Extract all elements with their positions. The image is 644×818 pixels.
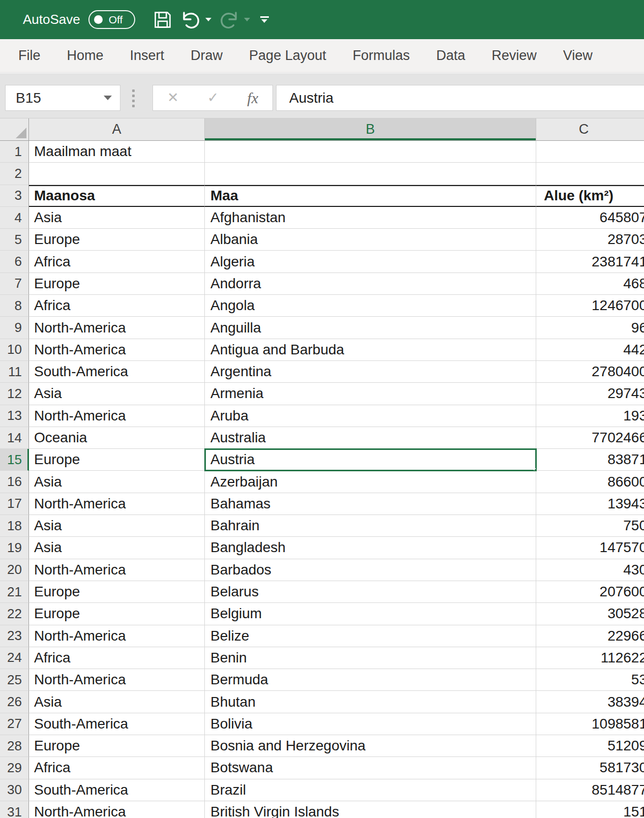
tab-home[interactable]: Home bbox=[67, 48, 104, 64]
cell-B4[interactable]: Afghanistan bbox=[205, 207, 536, 229]
select-all-button[interactable] bbox=[0, 118, 29, 141]
cell-B3[interactable]: Maa bbox=[205, 185, 536, 207]
cell-C23[interactable]: 22966 bbox=[536, 625, 644, 647]
cell-A11[interactable]: South-America bbox=[29, 361, 205, 383]
cell-A16[interactable]: Asia bbox=[29, 471, 205, 493]
cell-B7[interactable]: Andorra bbox=[205, 273, 536, 295]
redo-button[interactable] bbox=[218, 10, 250, 30]
cell-A17[interactable]: North-America bbox=[29, 493, 205, 515]
insert-function-button[interactable]: fx bbox=[247, 90, 258, 106]
tab-insert[interactable]: Insert bbox=[130, 48, 165, 64]
cell-C17[interactable]: 13943 bbox=[536, 493, 644, 515]
customize-quick-access-toolbar-button[interactable] bbox=[260, 16, 269, 23]
cell-C8[interactable]: 1246700 bbox=[536, 295, 644, 317]
column-header-b[interactable]: B bbox=[205, 118, 536, 141]
row-header-1[interactable]: 1 bbox=[0, 141, 29, 163]
cell-C26[interactable]: 38394 bbox=[536, 691, 644, 713]
cell-A19[interactable]: Asia bbox=[29, 537, 205, 559]
cell-A5[interactable]: Europe bbox=[29, 229, 205, 251]
cell-C2[interactable] bbox=[536, 163, 644, 185]
cell-A15[interactable]: Europe bbox=[29, 449, 205, 471]
cell-C29[interactable]: 581730 bbox=[536, 757, 644, 779]
cancel-button[interactable]: ✕ bbox=[167, 91, 179, 105]
cell-A7[interactable]: Europe bbox=[29, 273, 205, 295]
cell-B28[interactable]: Bosnia and Herzegovina bbox=[205, 735, 536, 757]
cell-A12[interactable]: Asia bbox=[29, 383, 205, 405]
cell-B17[interactable]: Bahamas bbox=[205, 493, 536, 515]
cell-A2[interactable] bbox=[29, 163, 205, 185]
undo-button[interactable] bbox=[179, 10, 211, 30]
cell-B19[interactable]: Bangladesh bbox=[205, 537, 536, 559]
cell-B6[interactable]: Algeria bbox=[205, 251, 536, 272]
cell-C16[interactable]: 86600 bbox=[536, 471, 644, 493]
row-header-17[interactable]: 17 bbox=[0, 493, 29, 515]
cell-A30[interactable]: South-America bbox=[29, 779, 205, 801]
row-header-27[interactable]: 27 bbox=[0, 713, 29, 735]
row-header-28[interactable]: 28 bbox=[0, 735, 29, 757]
cell-B31[interactable]: British Virgin Islands bbox=[205, 801, 536, 818]
cell-A18[interactable]: Asia bbox=[29, 515, 205, 537]
tab-formulas[interactable]: Formulas bbox=[353, 48, 410, 64]
cell-B27[interactable]: Bolivia bbox=[205, 713, 536, 735]
row-header-31[interactable]: 31 bbox=[0, 801, 29, 818]
cell-B23[interactable]: Belize bbox=[205, 625, 536, 647]
cell-B5[interactable]: Albania bbox=[205, 229, 536, 251]
row-header-4[interactable]: 4 bbox=[0, 207, 29, 229]
cell-A3[interactable]: Maanosa bbox=[29, 185, 205, 207]
cell-C24[interactable]: 112622 bbox=[536, 647, 644, 669]
cell-C13[interactable]: 193 bbox=[536, 405, 644, 427]
cell-B21[interactable]: Belarus bbox=[205, 581, 536, 603]
redo-dropdown-icon[interactable] bbox=[244, 18, 250, 21]
name-box-dropdown-icon[interactable] bbox=[104, 96, 112, 100]
cell-C14[interactable]: 7702466 bbox=[536, 427, 644, 449]
cell-C15[interactable]: 83871 bbox=[536, 449, 644, 471]
cell-C20[interactable]: 430 bbox=[536, 559, 644, 581]
cell-A31[interactable]: North-America bbox=[29, 801, 205, 818]
cell-B22[interactable]: Belgium bbox=[205, 603, 536, 625]
autosave-control[interactable]: AutoSave Off bbox=[23, 10, 135, 29]
cell-C19[interactable]: 147570 bbox=[536, 537, 644, 559]
fill-handle[interactable] bbox=[534, 468, 536, 471]
cell-A29[interactable]: Africa bbox=[29, 757, 205, 779]
cell-B11[interactable]: Argentina bbox=[205, 361, 536, 383]
cell-B30[interactable]: Brazil bbox=[205, 779, 536, 801]
row-header-16[interactable]: 16 bbox=[0, 471, 29, 493]
row-header-13[interactable]: 13 bbox=[0, 405, 29, 427]
cell-B9[interactable]: Anguilla bbox=[205, 317, 536, 339]
cell-C11[interactable]: 2780400 bbox=[536, 361, 644, 383]
cell-A27[interactable]: South-America bbox=[29, 713, 205, 735]
row-header-26[interactable]: 26 bbox=[0, 691, 29, 713]
tab-review[interactable]: Review bbox=[492, 48, 537, 64]
row-header-20[interactable]: 20 bbox=[0, 559, 29, 581]
cell-C9[interactable]: 96 bbox=[536, 317, 644, 339]
cell-C6[interactable]: 2381741 bbox=[536, 251, 644, 272]
cell-C28[interactable]: 51209 bbox=[536, 735, 644, 757]
cell-B25[interactable]: Bermuda bbox=[205, 669, 536, 691]
cell-B10[interactable]: Antigua and Barbuda bbox=[205, 339, 536, 361]
cell-A9[interactable]: North-America bbox=[29, 317, 205, 339]
cell-B15[interactable]: Austria bbox=[205, 449, 536, 471]
cell-A23[interactable]: North-America bbox=[29, 625, 205, 647]
tab-data[interactable]: Data bbox=[436, 48, 465, 64]
name-box[interactable]: B15 bbox=[5, 85, 120, 111]
cell-A21[interactable]: Europe bbox=[29, 581, 205, 603]
cell-A10[interactable]: North-America bbox=[29, 339, 205, 361]
tab-file[interactable]: File bbox=[18, 48, 41, 64]
row-header-11[interactable]: 11 bbox=[0, 361, 29, 383]
cell-C30[interactable]: 8514877 bbox=[536, 779, 644, 801]
row-header-8[interactable]: 8 bbox=[0, 295, 29, 317]
cell-C7[interactable]: 468 bbox=[536, 273, 644, 295]
cell-C12[interactable]: 29743 bbox=[536, 383, 644, 405]
row-header-12[interactable]: 12 bbox=[0, 383, 29, 405]
cell-C4[interactable]: 645807 bbox=[536, 207, 644, 229]
row-header-14[interactable]: 14 bbox=[0, 427, 29, 449]
undo-dropdown-icon[interactable] bbox=[205, 18, 211, 21]
row-header-5[interactable]: 5 bbox=[0, 229, 29, 251]
row-header-23[interactable]: 23 bbox=[0, 625, 29, 647]
cell-A26[interactable]: Asia bbox=[29, 691, 205, 713]
cell-B24[interactable]: Benin bbox=[205, 647, 536, 669]
cell-A8[interactable]: Africa bbox=[29, 295, 205, 317]
cell-A28[interactable]: Europe bbox=[29, 735, 205, 757]
cell-C1[interactable] bbox=[536, 141, 644, 163]
row-header-30[interactable]: 30 bbox=[0, 779, 29, 801]
